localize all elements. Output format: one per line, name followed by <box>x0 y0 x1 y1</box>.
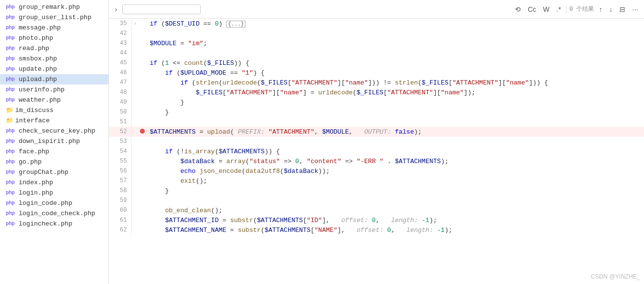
divider <box>566 5 566 13</box>
sidebar-item-go_php[interactable]: phpgo.php <box>0 157 108 167</box>
sidebar-item-login_code_check_php[interactable]: phplogin_code_check.php <box>0 208 108 219</box>
sidebar-item-groupChat_php[interactable]: phpgroupChat.php <box>0 167 108 177</box>
sidebar-item-label: groupChat.php <box>19 169 68 176</box>
breakpoint-col[interactable] <box>139 146 146 156</box>
breakpoint-col[interactable] <box>139 225 146 235</box>
collapse-button[interactable]: › <box>113 4 119 14</box>
line-number: 44 <box>109 48 131 58</box>
sidebar-item-update_php[interactable]: phpupdate.php <box>0 64 108 74</box>
breakpoint-col[interactable] <box>139 78 146 87</box>
table-row: 42 <box>109 28 644 38</box>
sidebar-item-userinfo_php[interactable]: phpuserinfo.php <box>0 85 108 95</box>
sidebar-item-index_php[interactable]: phpindex.php <box>0 177 108 188</box>
breakpoint-col[interactable] <box>139 215 146 225</box>
table-row: 48 $_FILES["ATTACHMENT"]["name"] = urlde… <box>109 87 644 97</box>
code-line: if (1 <= count($_FILES)) { <box>146 58 644 68</box>
breakpoint-col[interactable] <box>139 87 146 97</box>
line-number: 58 <box>109 186 131 196</box>
sidebar-item-interface[interactable]: 📁interface <box>0 115 108 126</box>
breakpoint-col[interactable] <box>139 58 146 68</box>
breakpoint-col[interactable] <box>139 176 146 186</box>
fold-col[interactable]: › <box>131 19 139 28</box>
prev-result-button[interactable]: ↑ <box>597 4 604 14</box>
sidebar-item-login_php[interactable]: phplogin.php <box>0 188 108 198</box>
breakpoint-col[interactable] <box>139 68 146 78</box>
line-number: 43 <box>109 38 131 48</box>
sidebar-item-label: face.php <box>19 148 49 155</box>
sidebar-item-read_php[interactable]: phpread.php <box>0 43 108 54</box>
line-number: 62 <box>109 225 131 235</box>
fold-col <box>131 166 139 176</box>
sidebar-item-im_discuss[interactable]: 📁im_discuss <box>0 105 108 115</box>
line-number: 57 <box>109 176 131 186</box>
filter-button[interactable]: ⊟ <box>617 4 627 14</box>
code-line <box>146 117 644 127</box>
fold-col <box>131 87 139 97</box>
sidebar-item-label: login_code_check.php <box>19 210 95 217</box>
sidebar-item-check_secure_key_php[interactable]: phpcheck_secure_key.php <box>0 126 108 136</box>
breakpoint-col[interactable] <box>139 166 146 176</box>
regex-button[interactable]: .* <box>555 4 563 14</box>
table-row: 44 <box>109 48 644 58</box>
fold-col <box>131 156 139 166</box>
line-number: 54 <box>109 146 131 156</box>
breakpoint-col[interactable] <box>139 196 146 205</box>
sidebar-item-down_ispirit_php[interactable]: phpdown_ispirit.php <box>0 136 108 146</box>
more-button[interactable]: ··· <box>630 4 640 14</box>
next-result-button[interactable]: ↓ <box>607 4 615 14</box>
table-row: 62 $ATTACHMENT_NAME = substr($ATTACHMENT… <box>109 225 644 235</box>
sidebar-item-smsbox_php[interactable]: phpsmsbox.php <box>0 54 108 64</box>
cc-button[interactable]: Cc <box>526 4 538 14</box>
breakpoint-col[interactable] <box>139 28 146 38</box>
breakpoint-col[interactable] <box>139 38 146 48</box>
code-line <box>146 137 644 146</box>
watermark: CSDN @YINZHE_ <box>591 273 640 280</box>
sidebar-item-upload_php[interactable]: phpupload.php <box>0 74 108 85</box>
table-row: 59 <box>109 196 644 205</box>
sidebar-item-group_remark_php[interactable]: phpgroup_remark.php <box>0 2 108 12</box>
line-number: 53 <box>109 137 131 146</box>
sidebar-item-logincheck_php[interactable]: phplogincheck.php <box>0 219 108 229</box>
breakpoint-col[interactable] <box>139 48 146 58</box>
line-number: 49 <box>109 97 131 107</box>
line-number: 50 <box>109 107 131 117</box>
search-input[interactable] <box>122 4 201 14</box>
sidebar-item-photo_php[interactable]: phpphoto.php <box>0 33 108 43</box>
breakpoint-col[interactable] <box>139 127 146 137</box>
php-badge: php <box>6 139 17 144</box>
code-editor[interactable]: 35›if ($DEST_UID == 0) {...}42 43$MODULE… <box>109 19 644 284</box>
code-line: exit(); <box>146 176 644 186</box>
table-row: 58 } <box>109 186 644 196</box>
table-row: 55 $dataBack = array("status" => 0, "con… <box>109 156 644 166</box>
fold-col <box>131 97 139 107</box>
php-badge: php <box>6 56 17 61</box>
table-row: 49 } <box>109 97 644 107</box>
line-number: 56 <box>109 166 131 176</box>
breakpoint-col[interactable] <box>139 117 146 127</box>
table-row: 57 exit(); <box>109 176 644 186</box>
table-row: 46 if ($UPLOAD_MODE == "1") { <box>109 68 644 78</box>
code-table: 35›if ($DEST_UID == 0) {...}42 43$MODULE… <box>109 19 644 235</box>
php-badge: php <box>6 97 17 103</box>
breakpoint-col[interactable] <box>139 156 146 166</box>
breakpoint-col[interactable] <box>139 137 146 146</box>
breakpoint-col[interactable] <box>139 107 146 117</box>
sidebar-item-login_code_php[interactable]: phplogin_code.php <box>0 198 108 208</box>
sidebar-item-weather_php[interactable]: phpweather.php <box>0 95 108 105</box>
breakpoint-col[interactable] <box>139 19 146 28</box>
breakpoint-col[interactable] <box>139 186 146 196</box>
sidebar-item-label: read.php <box>19 45 49 52</box>
php-badge: php <box>6 190 17 196</box>
code-line <box>146 196 644 205</box>
breakpoint-col[interactable] <box>139 97 146 107</box>
sidebar-item-group_user_list_php[interactable]: phpgroup_user_list.php <box>0 12 108 23</box>
code-line: } <box>146 97 644 107</box>
php-badge: php <box>6 180 17 185</box>
sidebar-item-face_php[interactable]: phpface.php <box>0 146 108 157</box>
sidebar-item-message_php[interactable]: phpmessage.php <box>0 23 108 33</box>
fold-col <box>131 38 139 48</box>
line-number: 55 <box>109 156 131 166</box>
word-button[interactable]: W <box>541 4 551 14</box>
replace-button[interactable]: ⟲ <box>513 4 523 14</box>
breakpoint-col[interactable] <box>139 205 146 215</box>
